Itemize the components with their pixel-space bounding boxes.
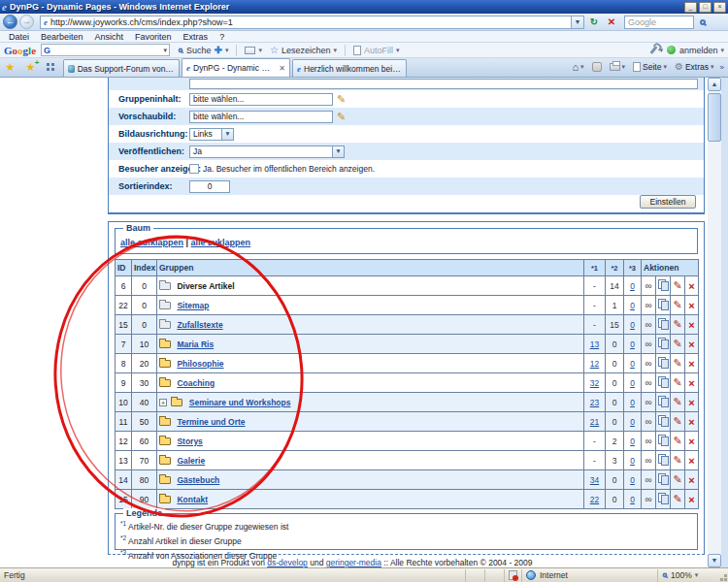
group-name-link[interactable]: Kontakt: [177, 495, 208, 504]
group-name-link[interactable]: Maria Ris: [177, 340, 214, 349]
group-name-link[interactable]: Galerie: [177, 456, 205, 466]
tools-menu-button[interactable]: ⚙Extras▾: [671, 58, 718, 76]
association-count-link[interactable]: 0: [630, 340, 635, 349]
edit-icon[interactable]: [673, 415, 681, 427]
group-name-link[interactable]: Gästebuch: [177, 475, 219, 485]
edit-icon[interactable]: [673, 396, 681, 407]
group-name-link[interactable]: Diverse Artikel: [177, 281, 234, 291]
bildausrichtung-select[interactable]: Links▼: [189, 128, 234, 141]
assigned-article-number[interactable]: 22: [584, 490, 606, 509]
assigned-article-number[interactable]: 13: [584, 335, 606, 354]
page-menu-button[interactable]: Seite▾: [629, 58, 671, 76]
group-name-link[interactable]: Termine und Orte: [177, 417, 245, 427]
assigned-article-number[interactable]: 21: [584, 412, 606, 432]
tab-support-forum[interactable]: Das Support-Forum von DynPG: [63, 59, 180, 77]
forward-button[interactable]: →: [19, 15, 34, 29]
stop-icon[interactable]: ✕: [604, 15, 619, 29]
copy-icon[interactable]: [658, 396, 668, 406]
group-name-link[interactable]: Zufallstexte: [177, 320, 222, 330]
association-count-link[interactable]: 0: [630, 398, 635, 407]
association-count-link[interactable]: 0: [630, 495, 635, 504]
delete-icon[interactable]: [688, 339, 694, 350]
more-commands-button[interactable]: »: [718, 63, 726, 72]
associations-icon[interactable]: [645, 416, 651, 427]
copy-icon[interactable]: [658, 415, 668, 426]
edit-icon[interactable]: [673, 299, 681, 310]
einstellen-button[interactable]: Einstellen: [640, 195, 696, 209]
association-count-link[interactable]: 0: [630, 456, 635, 466]
minimize-button[interactable]: _: [684, 2, 697, 13]
besucher-checkbox[interactable]: [189, 164, 199, 174]
associations-icon[interactable]: [645, 339, 651, 349]
associations-icon[interactable]: [645, 474, 651, 485]
autofill-button[interactable]: AutoFill ▾: [353, 46, 400, 55]
assigned-article-number[interactable]: 12: [584, 354, 606, 373]
search-input[interactable]: Google: [624, 16, 694, 29]
delete-icon[interactable]: [688, 494, 694, 505]
assigned-article-number[interactable]: -: [584, 315, 606, 335]
associations-icon[interactable]: [645, 397, 651, 407]
address-dropdown-icon[interactable]: ▼: [572, 16, 584, 29]
scroll-up-icon[interactable]: ▲: [708, 78, 721, 91]
associations-icon[interactable]: [645, 319, 651, 330]
menu-item[interactable]: Favoriten: [129, 32, 178, 42]
assigned-article-number[interactable]: -: [584, 296, 606, 315]
collapse-all-link[interactable]: alle zuklappen: [191, 238, 251, 247]
association-count-link[interactable]: 0: [630, 417, 635, 427]
association-count-link[interactable]: 0: [630, 320, 635, 330]
expand-icon[interactable]: [159, 399, 167, 406]
assigned-article-number[interactable]: 32: [584, 373, 606, 393]
association-count-link[interactable]: 0: [630, 281, 635, 291]
edit-icon[interactable]: [673, 435, 681, 446]
scrollbar-thumb[interactable]: [708, 93, 721, 142]
back-button[interactable]: ←: [3, 15, 17, 29]
search-icon[interactable]: [694, 15, 711, 29]
group-name-link[interactable]: Coaching: [177, 378, 215, 388]
delete-icon[interactable]: [688, 300, 694, 311]
favorites-center-button[interactable]: ★: [1, 59, 19, 76]
tab-joyworks[interactable]: e Herzlich willkommen bei Joyw...: [292, 59, 407, 77]
associations-icon[interactable]: [645, 436, 651, 446]
ds-develop-link[interactable]: ds-develop: [267, 558, 308, 567]
delete-icon[interactable]: [688, 377, 694, 389]
copy-icon[interactable]: [658, 493, 668, 503]
menu-item[interactable]: Bearbeiten: [35, 32, 89, 42]
group-name-link[interactable]: Philosophie: [177, 359, 223, 369]
assigned-article-number[interactable]: -: [584, 451, 606, 470]
copy-icon[interactable]: [658, 376, 668, 387]
maximize-button[interactable]: □: [699, 2, 711, 13]
veroeffentlichen-select[interactable]: Ja▼: [189, 146, 345, 158]
associations-icon[interactable]: [645, 300, 651, 310]
feeds-button[interactable]: [588, 58, 606, 76]
assigned-article-number[interactable]: -: [584, 432, 606, 451]
delete-icon[interactable]: [688, 474, 694, 486]
bookmarks-button[interactable]: ☆ Lesezeichen ▾: [270, 45, 337, 55]
chevron-down-icon[interactable]: ▾: [164, 47, 168, 54]
vorschaubild-field[interactable]: [189, 111, 333, 123]
delete-icon[interactable]: [688, 416, 694, 428]
signin-button[interactable]: anmelden ▾: [679, 46, 724, 55]
group-name-link[interactable]: Sitemap: [177, 301, 209, 310]
association-count-link[interactable]: 0: [630, 378, 635, 388]
edit-icon[interactable]: [673, 318, 681, 330]
google-search-field[interactable]: G ▾: [41, 44, 170, 56]
associations-icon[interactable]: [645, 358, 651, 369]
tab-dynpg-active[interactable]: e DynPG - Dynamic Pages ✕: [182, 58, 290, 77]
tab-close-icon[interactable]: ✕: [279, 64, 285, 73]
phishing-filter-icon[interactable]: [509, 570, 517, 580]
edit-pencil-icon[interactable]: ✎: [337, 94, 346, 104]
edit-icon[interactable]: [673, 357, 681, 369]
wrench-icon[interactable]: [650, 46, 658, 54]
copy-icon[interactable]: [658, 299, 668, 309]
zoom-control[interactable]: 100% ▾: [658, 569, 728, 582]
associations-icon[interactable]: [645, 455, 651, 466]
popup-blocker-button[interactable]: ▾: [245, 47, 262, 54]
menu-item[interactable]: Datei: [3, 32, 35, 42]
edit-icon[interactable]: [673, 454, 681, 466]
google-search-button[interactable]: Suche ✚ ▾: [178, 45, 228, 55]
geringer-media-link[interactable]: geringer-media: [326, 558, 381, 567]
print-button[interactable]: ▾: [606, 58, 630, 76]
add-favorite-button[interactable]: ★: [21, 59, 40, 76]
sortierindex-field[interactable]: [189, 180, 230, 193]
refresh-icon[interactable]: ↻: [586, 15, 602, 29]
